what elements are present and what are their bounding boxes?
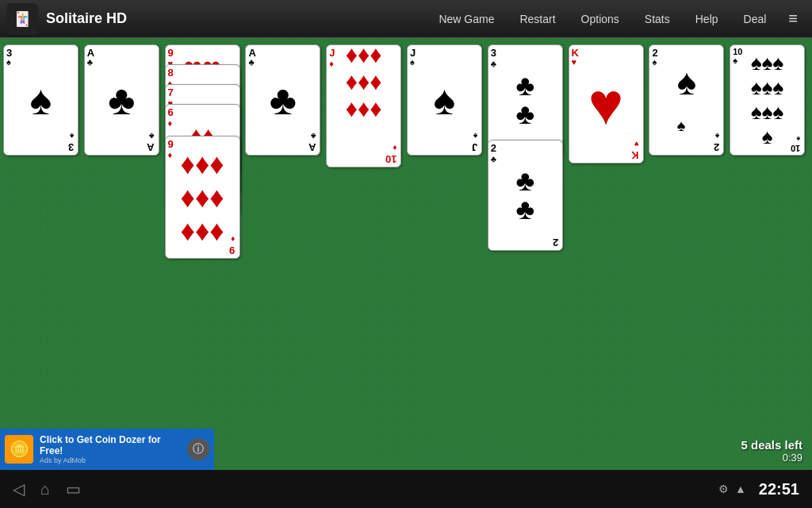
game-timer: 0:39 xyxy=(741,452,802,464)
column-8: K ♥ ♥ K♥ xyxy=(569,44,648,267)
app-icon: 🃏 xyxy=(6,3,38,35)
game-area: 3 ♠ ♠ 3♠ A ♣ ♣ A♣ xyxy=(0,38,812,470)
card-2-spades[interactable]: 2 ♠ ♠♠ 2♠ xyxy=(649,44,724,156)
stack-9: 2 ♠ ♠♠ 2♠ xyxy=(649,44,728,251)
card-j-diamonds[interactable]: J♦ ♦♦♦♦♦♦♦♦♦ 10♦ xyxy=(326,44,401,167)
signal-icon: ▲ xyxy=(735,483,746,495)
ad-title: Click to Get Coin Dozer for Free! xyxy=(40,434,181,456)
stack-5: J♦ ♦♦♦♦♦♦♦♦♦ 10♦ xyxy=(326,44,405,251)
stack-1: 3 ♠ ♠ 3♠ xyxy=(3,44,82,251)
stack-4: A ♣ ♣ A♣ xyxy=(245,44,324,251)
card-a-clubs[interactable]: A ♣ ♣ A♣ xyxy=(84,44,159,156)
system-icons: ⚙ ▲ xyxy=(718,483,746,495)
ad-text: Click to Get Coin Dozer for Free! Ads by… xyxy=(40,434,181,464)
stack-10: 10♠ ♠♠♠♠♠♠♠♠♠♠ 10♠ xyxy=(730,44,809,251)
wifi-icon: ⚙ xyxy=(718,483,729,495)
system-time: 22:51 xyxy=(759,480,799,498)
column-7: 3♣ ♣♣ 2♣ ♣♣ 2 xyxy=(488,44,567,267)
card-columns: 3 ♠ ♠ 3♠ A ♣ ♣ A♣ xyxy=(0,38,812,273)
nav-buttons: New Game Restart Options Stats Help Deal… xyxy=(427,5,806,33)
column-6: J ♠ ♠ J♠ xyxy=(407,44,486,267)
column-10: 10♠ ♠♠♠♠♠♠♠♠♠♠ 10♠ xyxy=(730,44,809,267)
options-button[interactable]: Options xyxy=(570,8,630,30)
stack-6: J ♠ ♠ J♠ xyxy=(407,44,486,251)
column-1: 3 ♠ ♠ 3♠ xyxy=(3,44,82,267)
card-9-diamonds-bottom[interactable]: 9♦ ♦♦♦♦♦♦♦♦♦ 9♦ xyxy=(165,136,240,259)
stack-2: A ♣ ♣ A♣ xyxy=(84,44,163,251)
stack-7: 3♣ ♣♣ 2♣ ♣♣ 2 xyxy=(488,44,567,251)
app-title: Solitaire HD xyxy=(46,10,427,27)
card-a-clubs-2[interactable]: A ♣ ♣ A♣ xyxy=(245,44,320,156)
system-bar: ◁ ⌂ ▭ ⚙ ▲ 22:51 xyxy=(0,470,812,508)
card-2-clubs[interactable]: 2♣ ♣♣ 2 xyxy=(488,140,563,251)
card-10-spades[interactable]: 10♠ ♠♠♠♠♠♠♠♠♠♠ 10♠ xyxy=(730,44,805,156)
card-3-spades[interactable]: 3 ♠ ♠ 3♠ xyxy=(3,44,79,156)
card-k-hearts[interactable]: K ♥ ♥ K♥ xyxy=(569,44,644,164)
column-4: A ♣ ♣ A♣ xyxy=(245,44,324,267)
system-right: ⚙ ▲ 22:51 xyxy=(718,480,799,498)
ad-banner[interactable]: 🪙 Click to Get Coin Dozer for Free! Ads … xyxy=(0,429,214,470)
card-3-clubs[interactable]: 3♣ ♣♣ xyxy=(488,44,563,156)
restart-button[interactable]: Restart xyxy=(508,8,566,30)
home-button[interactable]: ⌂ xyxy=(40,480,50,498)
ad-subtitle: Ads by AdMob xyxy=(40,456,181,464)
deals-left: 5 deals left xyxy=(741,438,802,452)
column-2: A ♣ ♣ A♣ xyxy=(84,44,163,267)
column-5: J♦ ♦♦♦♦♦♦♦♦♦ 10♦ xyxy=(326,44,405,267)
menu-icon[interactable]: ≡ xyxy=(780,5,806,33)
ad-icon: 🪙 xyxy=(5,435,33,464)
help-button[interactable]: Help xyxy=(684,8,730,30)
recent-button[interactable]: ▭ xyxy=(66,479,81,498)
bottom-info: 5 deals left 0:39 xyxy=(741,438,802,464)
stack-8: K ♥ ♥ K♥ xyxy=(569,44,648,251)
stats-button[interactable]: Stats xyxy=(634,8,681,30)
new-game-button[interactable]: New Game xyxy=(427,8,505,30)
column-3: 9♥ ♥♥♥♥♥ 8♦ ♦♦♦♦♦♦ 7♥ ♥♥♥♥♥ 6♦ ♦♦♦♦♦♦ xyxy=(165,44,244,267)
ad-close-badge[interactable]: ⓘ xyxy=(187,438,209,460)
deal-button[interactable]: Deal xyxy=(733,8,778,30)
stack-3: 9♥ ♥♥♥♥♥ 8♦ ♦♦♦♦♦♦ 7♥ ♥♥♥♥♥ 6♦ ♦♦♦♦♦♦ xyxy=(165,44,244,251)
card-j-spades[interactable]: J ♠ ♠ J♠ xyxy=(407,44,482,156)
column-9: 2 ♠ ♠♠ 2♠ xyxy=(649,44,728,267)
top-bar: 🃏 Solitaire HD New Game Restart Options … xyxy=(0,0,812,38)
back-button[interactable]: ◁ xyxy=(13,479,25,498)
